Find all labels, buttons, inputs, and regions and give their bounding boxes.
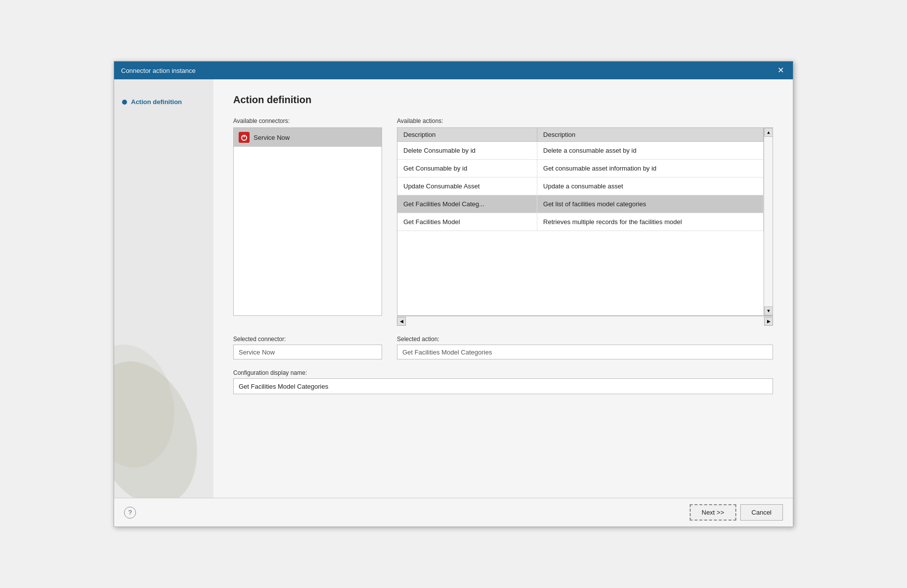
footer-buttons: Next >> Cancel bbox=[690, 504, 783, 521]
connector-name: Service Now bbox=[254, 134, 290, 141]
selected-action-label: Selected action: bbox=[397, 336, 773, 343]
action-name: Get Facilities Model bbox=[397, 213, 537, 231]
scroll-left-btn[interactable]: ◀ bbox=[397, 317, 406, 326]
actions-label: Available actions: bbox=[397, 118, 773, 124]
actions-outer: Description Description Delete Consumabl… bbox=[397, 127, 773, 316]
page-title: Action definition bbox=[233, 94, 773, 106]
connector-action-dialog: Connector action instance ✕ Action defin… bbox=[114, 61, 793, 527]
selected-action-section: Selected action: bbox=[397, 336, 773, 359]
actions-table: Description Description Delete Consumabl… bbox=[397, 128, 764, 231]
scroll-thumb-area bbox=[764, 137, 773, 306]
cancel-button[interactable]: Cancel bbox=[740, 504, 783, 521]
action-description: Get consumable asset information by id bbox=[537, 160, 763, 177]
selected-connector-input[interactable] bbox=[233, 345, 382, 359]
actions-scrollbar: ▲ ▼ bbox=[764, 128, 773, 315]
action-name: Update Consumable Asset bbox=[397, 177, 537, 195]
close-button[interactable]: ✕ bbox=[776, 65, 786, 75]
action-description: Update a consumable asset bbox=[537, 177, 763, 195]
connector-icon bbox=[239, 132, 250, 143]
title-bar: Connector action instance ✕ bbox=[114, 61, 793, 79]
dialog-footer: ? Next >> Cancel bbox=[114, 498, 793, 527]
config-display-name-label: Configuration display name: bbox=[233, 369, 773, 376]
config-section: Configuration display name: bbox=[233, 369, 773, 394]
col-header-name: Description bbox=[397, 128, 537, 142]
sidebar: Action definition bbox=[114, 79, 213, 498]
scroll-right-btn[interactable]: ▶ bbox=[764, 317, 773, 326]
selected-section: Selected connector: Selected action: bbox=[233, 336, 773, 359]
action-description: Delete a consumable asset by id bbox=[537, 142, 763, 160]
connectors-panel: Available connectors: Service Now bbox=[233, 118, 382, 326]
connectors-list[interactable]: Service Now bbox=[233, 127, 382, 316]
table-row[interactable]: Delete Consumable by id Delete a consuma… bbox=[397, 142, 764, 160]
main-content: Action definition Available connectors: bbox=[213, 79, 793, 498]
connectors-label: Available connectors: bbox=[233, 118, 382, 124]
action-description: Retrieves multiple records for the facil… bbox=[537, 213, 763, 231]
selected-action-input[interactable] bbox=[397, 345, 773, 359]
dialog-body: Action definition Action definition Avai… bbox=[114, 79, 793, 498]
help-button[interactable]: ? bbox=[124, 507, 136, 519]
scroll-up-arrow[interactable]: ▲ bbox=[764, 128, 773, 137]
scroll-track bbox=[406, 316, 764, 326]
col-header-desc: Description bbox=[537, 128, 763, 142]
action-description: Get list of facilities model categories bbox=[537, 195, 763, 213]
bottom-scroll: ◀ ▶ bbox=[397, 316, 773, 326]
sidebar-dot bbox=[122, 100, 127, 105]
sidebar-item-label: Action definition bbox=[131, 98, 182, 106]
action-name: Get Consumable by id bbox=[397, 160, 537, 177]
connector-item-servicenow[interactable]: Service Now bbox=[234, 128, 382, 147]
sidebar-item-action-definition[interactable]: Action definition bbox=[114, 94, 213, 110]
selected-connector-label: Selected connector: bbox=[233, 336, 382, 343]
action-name: Delete Consumable by id bbox=[397, 142, 537, 160]
table-row[interactable]: Get Consumable by id Get consumable asse… bbox=[397, 160, 764, 177]
next-button[interactable]: Next >> bbox=[690, 504, 736, 521]
action-name: Get Facilities Model Categ... bbox=[397, 195, 537, 213]
selected-connector-section: Selected connector: bbox=[233, 336, 382, 359]
table-row[interactable]: Get Facilities Model Categ... Get list o… bbox=[397, 195, 764, 213]
config-display-name-input[interactable] bbox=[233, 378, 773, 394]
dialog-title: Connector action instance bbox=[121, 67, 195, 74]
actions-inner[interactable]: Description Description Delete Consumabl… bbox=[397, 128, 764, 315]
power-icon bbox=[240, 133, 248, 141]
table-row[interactable]: Get Facilities Model Retrieves multiple … bbox=[397, 213, 764, 231]
actions-panel: Available actions: Description Descripti… bbox=[397, 118, 773, 326]
two-column-panel: Available connectors: Service Now bbox=[233, 118, 773, 326]
table-row[interactable]: Update Consumable Asset Update a consuma… bbox=[397, 177, 764, 195]
scroll-down-arrow[interactable]: ▼ bbox=[764, 306, 773, 315]
